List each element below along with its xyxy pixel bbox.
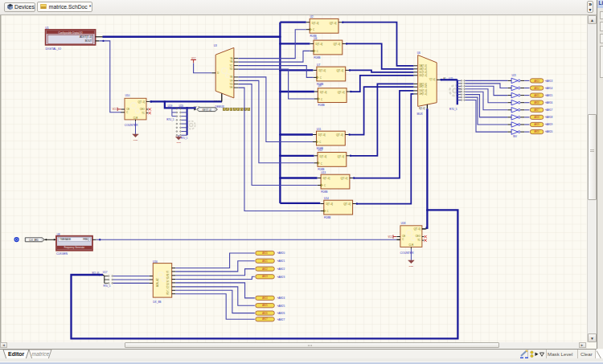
svg-text:»AE20: »AE20	[277, 252, 285, 255]
svg-text:D[7..0]: D[7..0]	[320, 91, 327, 94]
svg-text:U17: U17	[103, 271, 108, 274]
svg-text:D[7..0]: D[7..0]	[320, 155, 327, 158]
svg-text:»AE23: »AE23	[277, 276, 285, 279]
svg-text:D[7..0]: D[7..0]	[318, 133, 326, 137]
svg-text:Q[7..0]: Q[7..0]	[413, 227, 420, 231]
svg-text:DEMUX: DEMUX	[215, 105, 224, 108]
svg-text:CEO: CEO	[140, 108, 146, 111]
svg-text:R7U_5: R7U_5	[166, 118, 174, 121]
svg-text:DX_8B: DX_8B	[153, 301, 161, 304]
svg-text:U11: U11	[317, 128, 322, 131]
svg-text:GND: GND	[176, 141, 181, 144]
svg-text:S[2..0]: S[2..0]	[92, 272, 99, 275]
svg-text:C: C	[324, 184, 326, 187]
svg-text:R7U_5: R7U_5	[449, 108, 457, 111]
svg-text:CLR: CLR	[133, 117, 138, 120]
svg-text:DC[7..0]: DC[7..0]	[419, 71, 427, 74]
svg-text:U1: U1	[45, 27, 48, 30]
svg-text:D: D	[217, 72, 219, 75]
svg-text:U21: U21	[512, 74, 517, 77]
svg-text:CLR: CLR	[409, 243, 414, 247]
svg-text:U18: U18	[400, 222, 405, 225]
svg-text:U20: U20	[179, 104, 184, 108]
svg-text:AE19: AE19	[534, 123, 539, 126]
svg-text:Frequency Generator: Frequency Generator	[64, 246, 85, 249]
svg-text:R7U_5: R7U_5	[104, 284, 111, 288]
svg-text:YB: YB	[230, 60, 233, 63]
svg-text:»AE27: »AE27	[277, 318, 285, 321]
svg-text:COUNTER: COUNTER	[125, 124, 138, 127]
svg-text:C: C	[321, 162, 322, 166]
svg-text:U2: U2	[310, 15, 313, 18]
svg-text:U4: U4	[314, 37, 317, 40]
svg-text:U14: U14	[324, 197, 329, 200]
svg-text:»AE22: »AE22	[277, 268, 285, 271]
svg-text:Q[7..0]: Q[7..0]	[343, 202, 351, 206]
svg-text:C: C	[320, 76, 322, 80]
svg-text:CLK_BRD: CLK_BRD	[29, 239, 39, 242]
svg-text:C: C	[317, 50, 318, 53]
svg-text:YG: YG	[229, 83, 232, 86]
svg-text:C: C	[313, 28, 314, 31]
svg-text:Q[7..0]: Q[7..0]	[138, 100, 146, 104]
svg-text:R7U_5: R7U_5	[181, 137, 188, 140]
svg-text:Q[7..0]: Q[7..0]	[338, 91, 345, 94]
svg-text:»AE14: »AE14	[545, 87, 553, 90]
svg-text:K[1..0]: K[1..0]	[214, 100, 220, 102]
svg-text:YH: YH	[230, 86, 233, 89]
svg-text:DF[7..0]: DF[7..0]	[419, 85, 427, 88]
svg-text:AE18: AE18	[534, 116, 539, 119]
svg-text:AE21: AE21	[262, 260, 268, 263]
svg-text:C: C	[321, 98, 322, 101]
svg-text:S[2..0]: S[2..0]	[419, 107, 425, 110]
svg-text:U10: U10	[125, 94, 130, 97]
svg-text:VCC: VCC	[113, 108, 117, 111]
svg-text:»AE13: »AE13	[545, 80, 553, 83]
svg-text:Configurable Digital IO: Configurable Digital IO	[59, 31, 84, 35]
svg-text:Q[7..0]: Q[7..0]	[341, 177, 348, 180]
svg-text:YF: YF	[230, 80, 233, 83]
svg-text:Q[7..0]: Q[7..0]	[336, 133, 343, 137]
svg-text:AE17: AE17	[534, 108, 539, 112]
svg-text:U9: U9	[318, 84, 322, 88]
svg-text:U13: U13	[321, 171, 326, 174]
svg-text:»AE15: »AE15	[545, 94, 553, 97]
svg-text:Q[7..0]: Q[7..0]	[330, 22, 337, 25]
svg-text:DE[7..0]: DE[7..0]	[419, 83, 427, 86]
svg-text:C: C	[402, 238, 404, 241]
svg-text:Y0 Y1 Y2 Y3 Y4 Y5 Y6 Y7: Y0 Y1 Y2 Y3 Y4 Y5 Y6 Y7	[166, 270, 170, 295]
svg-text:»AE16: »AE16	[545, 101, 553, 104]
svg-text:C: C	[126, 111, 128, 114]
svg-text:TC: TC	[417, 239, 420, 242]
svg-text:YE: YE	[230, 76, 233, 79]
svg-text:FD8B: FD8B	[318, 104, 325, 107]
svg-text:GND: GND	[133, 139, 138, 141]
svg-text:AE13: AE13	[534, 80, 539, 83]
svg-text:KEY[7..0]: KEY[7..0]	[203, 108, 211, 112]
svg-text:C: C	[319, 141, 321, 144]
svg-text:»AE26: »AE26	[277, 312, 285, 315]
svg-text:FD8B: FD8B	[314, 56, 320, 59]
svg-text:U19: U19	[168, 104, 173, 108]
svg-text:BOUT: BOUT	[85, 39, 92, 43]
svg-text:DH[7..0]: DH[7..0]	[419, 92, 427, 96]
svg-text:YD: YD	[230, 67, 233, 71]
svg-text:AE15: AE15	[534, 94, 539, 97]
svg-text:AE25: AE25	[262, 304, 268, 307]
svg-text:U7: U7	[317, 63, 320, 67]
svg-text:DA[7..0]: DA[7..0]	[419, 64, 427, 67]
svg-text:»AE21: »AE21	[277, 260, 285, 263]
svg-text:U6: U6	[417, 51, 420, 55]
svg-text:AE24: AE24	[262, 297, 268, 300]
svg-text:DIGITAL_IO: DIGITAL_IO	[46, 47, 62, 51]
svg-text:U8: U8	[57, 233, 60, 236]
svg-text:»AE19: »AE19	[545, 123, 553, 126]
svg-text:AE22: AE22	[262, 268, 268, 271]
svg-text:AE27: AE27	[262, 317, 268, 321]
svg-text:CLKGEN: CLKGEN	[56, 252, 68, 256]
svg-text:C: C	[327, 210, 329, 213]
svg-text:AE16: AE16	[534, 101, 539, 104]
svg-text:DG[7..0]: DG[7..0]	[419, 89, 427, 92]
svg-text:TIMEBASE: TIMEBASE	[59, 238, 71, 241]
svg-text:U3: U3	[214, 44, 217, 47]
